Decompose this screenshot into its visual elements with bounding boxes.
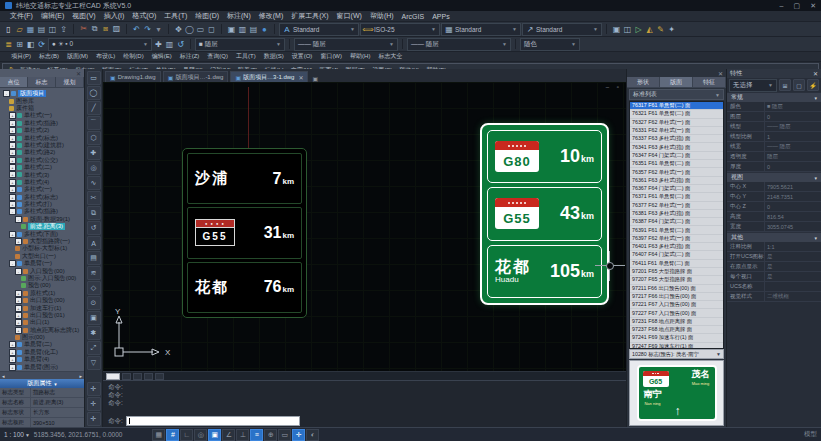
tree-expander-icon[interactable]: - (9, 260, 16, 267)
prop-value[interactable]: 816.54 (764, 212, 821, 221)
tree-node[interactable]: 图示:入口预告(00) (1, 275, 83, 282)
plot-icon[interactable]: ▤ (36, 23, 47, 35)
menu-item[interactable]: 窗口(W) (333, 11, 366, 21)
quick-select-icon[interactable]: ⚡ (807, 79, 819, 91)
scale-indicator[interactable]: 1 : 100▼ (4, 431, 30, 438)
preview-icon[interactable]: ◫ (47, 23, 58, 35)
tree-expander-icon[interactable]: + (9, 179, 16, 186)
open-icon[interactable]: ▱ (14, 23, 25, 35)
prop-value[interactable]: 1:1 (764, 242, 821, 251)
new-tab-icon[interactable]: ▣ (312, 75, 318, 82)
multiline-tool-icon[interactable]: ≋ (87, 266, 101, 280)
layout-icon[interactable]: ◫ (622, 23, 633, 35)
sign-list-row[interactable]: 97201 F65 大型指路牌 面 (630, 268, 723, 276)
circle-tool-icon[interactable]: ◯ (87, 86, 101, 100)
menu-item[interactable]: 编辑(E) (37, 11, 68, 21)
menu-item[interactable]: 文件(F) (6, 11, 37, 21)
layer-dropdown[interactable]: ● ☀ ▪ 0▼ (48, 38, 152, 51)
sign-list-row[interactable]: 76351 F61 单悬臂(二) 面 (630, 160, 723, 168)
menu-item[interactable]: 扩展工具(X) (287, 11, 332, 21)
tree-node[interactable]: +单柱式(公交) (1, 157, 83, 164)
tree-node[interactable]: +大型指路牌(一) (1, 238, 83, 245)
sign-menu-item[interactable]: 版面(M) (64, 52, 91, 61)
tree-expander-icon[interactable]: - (15, 268, 22, 275)
drawing-tab[interactable]: ▣Drawing1.dwg (105, 71, 161, 82)
donut-tool-icon[interactable]: ◎ (87, 161, 101, 175)
sign-list-row[interactable]: 97207 F65 大型指路牌 面 (630, 276, 723, 284)
block-tool-icon[interactable]: ◇ (87, 281, 101, 295)
redo-icon[interactable]: ↷ (142, 23, 153, 35)
tree-node[interactable]: 大型出口(一) (1, 253, 83, 260)
tree-hscrollbar[interactable]: ◂ ▸ (0, 371, 84, 379)
sign-list-row[interactable]: 97217 F66 出口预告(00) 面 (630, 293, 723, 301)
3d-icon[interactable]: ◭ (644, 23, 655, 35)
sign-drawing-rendered[interactable]: G80 10km G55 43km 花都 Huadu 105 (480, 123, 609, 305)
prop-value[interactable]: 长方形 (31, 408, 84, 417)
polygon-tool-icon[interactable]: ⬡ (87, 131, 101, 145)
insert-tool-icon[interactable]: ⊙ (87, 296, 101, 310)
layer-restore-icon[interactable]: ↺ (175, 38, 186, 50)
sign-list-row[interactable]: 76377 F62 单柱式(一) 面 (630, 202, 723, 210)
sign-list-row[interactable]: 76401 F63 多柱式(指) 面 (630, 243, 723, 251)
panel-props-header[interactable]: 版面属性▾ (0, 379, 84, 388)
tree-expander-icon[interactable]: - (15, 216, 22, 223)
paste-icon[interactable]: ⧈ (100, 23, 111, 35)
prop-value[interactable]: 是 (764, 272, 821, 281)
tree-expander-icon[interactable]: + (9, 186, 16, 193)
tree-expander-icon[interactable]: + (9, 201, 16, 208)
sign-list-row[interactable]: 76337 F63 多柱式(指) 面 (630, 135, 723, 143)
layer-freeze-icon[interactable]: ◧ (25, 38, 36, 50)
sign-menu-item[interactable]: 帮助(H) (347, 52, 373, 61)
drawing-tab[interactable]: ▣版面项目…-1.dwg (163, 71, 229, 82)
tree-expander-icon[interactable]: + (9, 112, 16, 119)
point-tool-icon[interactable]: ✚ (87, 146, 101, 160)
tree-node[interactable]: +出口(1) (1, 319, 83, 326)
dim-style-dropdown[interactable]: ⟺ISO-25▼ (360, 23, 440, 36)
prop-value[interactable]: 0 (764, 112, 821, 121)
undo-dropdown-icon[interactable]: ▾ (153, 23, 164, 35)
menu-item[interactable]: 插入(I) (100, 11, 129, 21)
grid-toggle[interactable]: ▦ (152, 429, 165, 441)
dynamic-ucs-toggle[interactable]: ⊥ (236, 429, 249, 441)
sign-list-row[interactable]: 76341 F63 多柱式(指) 面 (630, 143, 723, 151)
tab-planning[interactable]: 规划 (56, 77, 84, 87)
tree-expander-icon[interactable]: + (15, 238, 22, 245)
maximize-button[interactable]: ▢ (794, 2, 801, 10)
osnap-toggle[interactable]: ▣ (208, 429, 221, 441)
sign-list-row[interactable]: 76411 F61 单悬臂(二) 面 (630, 260, 723, 268)
tree-expander-icon[interactable]: - (3, 90, 10, 97)
tree-expander-icon[interactable]: - (9, 208, 16, 215)
osnap-cross-icon[interactable]: ✛ (87, 382, 101, 396)
sign-list-row[interactable]: 97211 F66 出口预告(00) 面 (630, 285, 723, 293)
drawing-tab-active[interactable]: ▣版面项目…3-1.dwg✕ (230, 71, 308, 82)
sign-list-row[interactable]: 76387 F64 门架式(二) 面 (630, 218, 723, 226)
tree-node[interactable]: +原柱式(1) (1, 290, 83, 297)
stretch-tool-icon[interactable]: ⤢ (87, 341, 101, 355)
menu-item[interactable]: APPs (428, 13, 454, 20)
tree-node[interactable]: -入口预告(00) (1, 267, 83, 274)
sign-menu-item[interactable]: 标注(Z) (177, 52, 203, 61)
prop-value[interactable]: 0 (764, 202, 821, 211)
sign-menu-item[interactable]: 数据(S) (261, 52, 287, 61)
command-input[interactable] (126, 416, 300, 426)
rectangle-tool-icon[interactable]: ▭ (87, 71, 101, 85)
model-canvas[interactable]: – ▫ 沙浦 7km ● ● ● ● G55 31km 花都 76km (103, 82, 626, 380)
sheetset-icon[interactable]: ● (259, 23, 270, 35)
section-misc[interactable]: 其他▾ (727, 232, 821, 242)
undo-icon[interactable]: ↶ (131, 23, 142, 35)
layer-match-icon[interactable]: ▥ (164, 38, 175, 50)
tab-feature[interactable]: 特征 (693, 77, 726, 87)
tree-expander-icon[interactable]: + (9, 127, 16, 134)
tree-expander-icon[interactable]: + (15, 312, 22, 319)
tab-close-icon[interactable]: ✕ (298, 74, 303, 81)
prop-value[interactable]: —— 随层 (764, 122, 821, 131)
prop-value[interactable]: 390×510 (31, 418, 84, 427)
publish-icon[interactable]: ⇪ (58, 23, 69, 35)
menu-item[interactable]: 视图(V) (68, 11, 99, 21)
properties-icon[interactable]: ▣ (226, 23, 237, 35)
tree-node[interactable]: 图示(00) (1, 334, 83, 341)
arc-tool-icon[interactable]: ⌒ (87, 116, 101, 130)
sign-list-row[interactable]: 76371 F61 单悬臂(二) 面 (630, 193, 723, 201)
mleader-style-dropdown[interactable]: ↗Standard▼ (522, 23, 602, 36)
tree-node[interactable]: +单悬臂(4) (1, 356, 83, 363)
